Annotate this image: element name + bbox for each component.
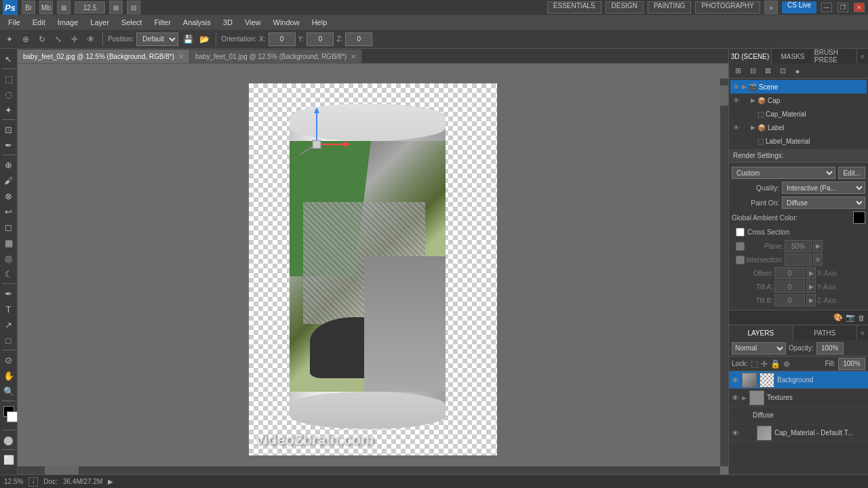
tab-layers[interactable]: LAYERS [729, 325, 793, 340]
status-arrow[interactable]: ▶ [108, 478, 113, 485]
dodge-tool[interactable]: ☾ [1, 266, 16, 281]
load-position-icon[interactable]: 📂 [197, 33, 211, 46]
tab-baby-feet-01[interactable]: baby_feet_01.jpg @ 12.5% (Background, RG… [190, 49, 362, 63]
arrange-icon[interactable]: ⊞ [109, 1, 123, 14]
render-settings-header[interactable]: Render Settings: [729, 149, 868, 163]
tilt-a-arrow[interactable]: ▶ [806, 281, 816, 293]
edit-button[interactable]: Edit... [838, 167, 865, 179]
menu-edit[interactable]: Edit [27, 17, 51, 28]
menu-view[interactable]: View [239, 17, 267, 28]
quality-select[interactable]: Interactive (Pa... [782, 182, 865, 194]
offset-input[interactable] [774, 267, 805, 279]
crop-tool[interactable]: ⊡ [1, 122, 16, 137]
heal-tool[interactable]: ⊕ [1, 157, 16, 172]
intersection-icon-btn[interactable]: ⊕ [813, 253, 823, 266]
extend-nav-icon[interactable]: » [764, 1, 778, 14]
mini-bridge-icon[interactable]: Mb [39, 1, 53, 14]
tilt-b-input[interactable] [774, 294, 805, 306]
arrange2-icon[interactable]: ⊟ [127, 1, 140, 14]
render-icon[interactable]: 🎨 [833, 313, 843, 322]
marquee-tool[interactable]: ⬚ [1, 71, 16, 86]
nav-painting[interactable]: PAINTING [648, 1, 691, 14]
tab-paths[interactable]: PATHS [793, 325, 858, 340]
offset-arrow[interactable]: ▶ [806, 267, 816, 279]
tab-close-2[interactable]: ✕ [351, 53, 356, 60]
tab-brush-preset[interactable]: BRUSH PRESE [814, 49, 857, 64]
plane-input[interactable] [785, 240, 812, 252]
cross-section-checkbox[interactable] [736, 228, 745, 237]
eye-cap[interactable]: 👁 [733, 97, 740, 104]
opacity-input[interactable] [816, 342, 844, 354]
tree-item-label[interactable]: 👁 ▶ 📦 Label [730, 121, 867, 134]
menu-image[interactable]: Image [52, 17, 84, 28]
eye-scene[interactable]: 👁 [733, 83, 740, 91]
intersection-checkbox[interactable] [736, 256, 745, 264]
tree-item-scene[interactable]: 👁 ▶ 🎬 Scene [730, 80, 867, 94]
path-select-tool[interactable]: ↗ [1, 317, 16, 332]
delete-icon[interactable]: 🗑 [858, 314, 865, 322]
snapshot-icon[interactable]: 📷 [846, 313, 855, 322]
horizontal-scrollbar[interactable] [18, 466, 720, 474]
screen-mode-toggle[interactable]: ⬜ [1, 452, 16, 467]
layer-textures[interactable]: 👁 ▶ Textures [729, 389, 868, 407]
position-select[interactable]: Default [136, 33, 178, 46]
tab-3d-scene[interactable]: 3D (SCENE) [729, 49, 772, 64]
lasso-tool[interactable]: ◌ [1, 87, 16, 102]
blur-tool[interactable]: ◎ [1, 251, 16, 266]
restore-button[interactable]: ❐ [837, 3, 848, 12]
vertical-scrollbar[interactable] [720, 79, 728, 466]
lock-pixels-icon[interactable]: ⬚ [751, 359, 758, 369]
menu-filter[interactable]: Filter [149, 17, 176, 28]
history-brush[interactable]: ↩ [1, 204, 16, 219]
tab-masks[interactable]: MASKS [772, 49, 814, 64]
hand-tool[interactable]: ✋ [1, 368, 16, 383]
gradient-tool[interactable]: ▦ [1, 235, 16, 250]
plane-checkbox[interactable] [736, 242, 745, 251]
nav-photography[interactable]: PHOTOGRAPHY [695, 1, 760, 14]
tilt-a-input[interactable] [774, 281, 805, 293]
fill-input[interactable] [838, 358, 865, 370]
tree-item-cap[interactable]: 👁 ▶ 📦 Cap [730, 94, 867, 107]
ambient-color-swatch[interactable] [853, 211, 865, 224]
eyedropper-tool[interactable]: ✒ [1, 138, 16, 152]
paint-on-select[interactable]: Diffuse [782, 197, 865, 209]
intersection-input[interactable] [785, 253, 812, 266]
menu-window[interactable]: Window [268, 17, 305, 28]
tree-item-label-material[interactable]: 👁 ⬚ Label_Material [730, 134, 867, 148]
layers-menu-icon[interactable]: ≡ [857, 325, 868, 340]
3d-mesh-icon[interactable]: ⊟ [747, 65, 759, 77]
layer-background[interactable]: 👁 Background [729, 371, 868, 389]
plane-arrow-btn[interactable]: ▶ [813, 240, 823, 252]
eye-background[interactable]: 👁 [732, 376, 739, 384]
menu-help[interactable]: Help [307, 17, 333, 28]
pen-tool[interactable]: ✒ [1, 286, 16, 301]
layer-cap-material[interactable]: 👁 Cap_Material - Default T... [729, 424, 868, 442]
layout-icon[interactable]: ⊞ [57, 1, 71, 14]
quick-mask-toggle[interactable]: ⬤ [1, 432, 16, 447]
clone-tool[interactable]: ⊗ [1, 188, 16, 203]
menu-select[interactable]: Select [116, 17, 148, 28]
3d-light-icon[interactable]: ⊡ [776, 65, 789, 77]
menu-file[interactable]: File [3, 17, 26, 28]
text-tool[interactable]: T [1, 302, 16, 317]
expand-textures[interactable]: ▶ [742, 394, 747, 401]
lock-position-icon[interactable]: ✛ [761, 359, 768, 369]
render-preset-select[interactable]: Custom [732, 167, 835, 179]
menu-analysis[interactable]: Analysis [178, 17, 216, 28]
move-tool[interactable]: ↖ [1, 52, 16, 66]
menu-layer[interactable]: Layer [85, 17, 115, 28]
zoom-info-btn[interactable]: i [28, 477, 38, 487]
panel-menu-icon[interactable]: ≡ [857, 49, 868, 64]
z-input[interactable] [345, 33, 372, 46]
save-position-icon[interactable]: 💾 [181, 33, 195, 46]
layer-diffuse[interactable]: 👁 Diffuse [729, 407, 868, 424]
close-button[interactable]: ✕ [854, 3, 865, 12]
eraser-tool[interactable]: ◻ [1, 220, 16, 235]
nav-design[interactable]: DESIGN [606, 1, 644, 14]
x-input[interactable] [269, 33, 296, 46]
tilt-b-arrow[interactable]: ▶ [806, 294, 816, 306]
eye-cap-material[interactable]: 👁 [732, 429, 739, 437]
minimize-button[interactable]: — [821, 3, 832, 12]
3d-scene-icon[interactable]: ⊞ [732, 65, 744, 77]
shape-tool[interactable]: □ [1, 333, 16, 348]
